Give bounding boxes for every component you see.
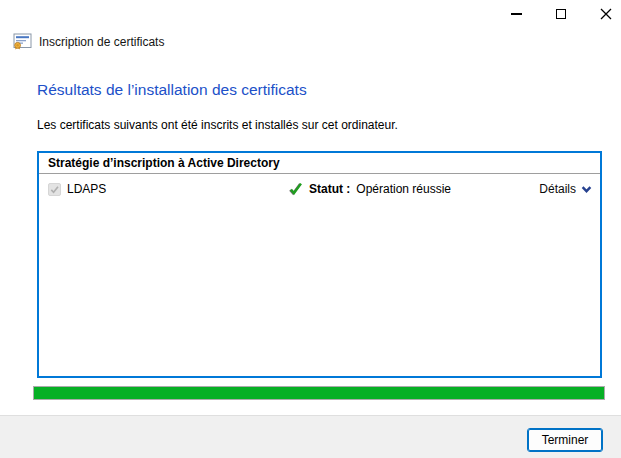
app-title: Inscription de certificats bbox=[39, 35, 164, 49]
status-label: Statut : bbox=[309, 182, 350, 196]
minimize-button[interactable] bbox=[509, 6, 523, 22]
status-group: Statut : Opération réussie bbox=[289, 174, 451, 204]
maximize-icon bbox=[556, 9, 566, 19]
finish-button[interactable]: Terminer bbox=[527, 428, 603, 452]
certificate-checkbox bbox=[48, 183, 61, 196]
enrollment-policy-header: Stratégie d’inscription à Active Directo… bbox=[39, 153, 600, 174]
enrollment-results-panel: Stratégie d’inscription à Active Directo… bbox=[37, 151, 602, 378]
success-check-icon bbox=[289, 182, 303, 196]
close-icon bbox=[600, 8, 612, 20]
table-row: LDAPS Statut : Opération réussie Détails bbox=[39, 174, 600, 204]
details-expander[interactable]: Détails bbox=[539, 174, 592, 204]
app-header: Inscription de certificats bbox=[13, 33, 164, 50]
chevron-down-icon bbox=[581, 185, 592, 194]
status-value: Opération réussie bbox=[356, 182, 451, 196]
details-label: Détails bbox=[539, 182, 576, 196]
certificate-icon bbox=[13, 33, 32, 50]
progress-bar bbox=[33, 386, 605, 400]
page-description: Les certificats suivants ont été inscrit… bbox=[37, 118, 398, 132]
minimize-icon bbox=[511, 13, 522, 14]
maximize-button[interactable] bbox=[554, 6, 568, 22]
page-title: Résultats de l’installation des certific… bbox=[37, 81, 307, 99]
progress-fill bbox=[34, 387, 604, 399]
checkbox-check-icon bbox=[49, 184, 60, 195]
titlebar-controls bbox=[509, 6, 613, 22]
close-button[interactable] bbox=[599, 6, 613, 22]
footer-bar: Terminer bbox=[0, 415, 621, 458]
certificate-name: LDAPS bbox=[67, 182, 106, 196]
